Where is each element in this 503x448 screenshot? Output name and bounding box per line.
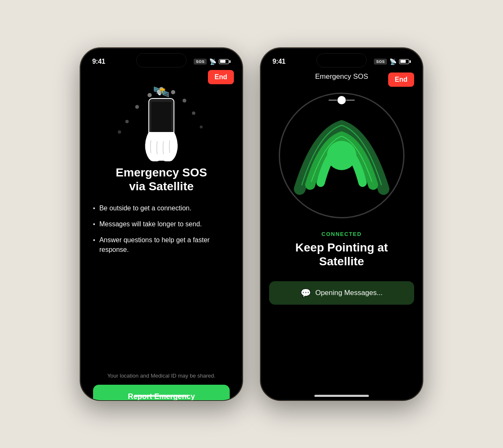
bullet-3: • Answer questions to help get a faster …	[93, 236, 230, 254]
pointing-title: Keep Pointing at Satellite	[261, 241, 423, 269]
phone2-header: Emergency SOS End	[261, 69, 423, 84]
phones-container: 9:41 SOS 📡 End	[80, 47, 423, 401]
phone-2: 9:41 SOS 📡 Emergency SOS End	[260, 47, 423, 401]
dynamic-island-1	[136, 53, 187, 67]
satellite-position-dot	[337, 96, 346, 104]
phone-1: 9:41 SOS 📡 End	[80, 47, 243, 401]
svg-rect-10	[151, 102, 171, 135]
status-icons-1: SOS 📡	[194, 58, 231, 65]
svg-point-7	[192, 111, 195, 115]
phone2-header-title: Emergency SOS	[315, 73, 368, 81]
satellite-compass	[261, 93, 423, 218]
satellite-status-icon-2: 📡	[389, 58, 397, 65]
battery-icon-2	[399, 59, 411, 64]
messages-text: Opening Messages...	[315, 289, 383, 297]
sos-satellite-title: Emergency SOS via Satellite	[93, 166, 230, 194]
end-button-1[interactable]: End	[208, 70, 234, 84]
phone-hand-svg	[136, 94, 187, 161]
battery-icon-1	[219, 59, 231, 64]
connected-label: CONNECTED	[261, 231, 423, 237]
status-time-1: 9:41	[92, 58, 105, 65]
sos-badge-2: SOS	[374, 59, 387, 65]
status-icons-2: SOS 📡	[374, 58, 411, 65]
opening-messages-button[interactable]: 💬 Opening Messages...	[269, 281, 414, 305]
satellite-icon-graphic: 🛰️	[153, 84, 170, 100]
bullet-1: • Be outside to get a connection.	[93, 204, 230, 213]
messages-icon: 💬	[301, 288, 311, 298]
svg-point-5	[171, 90, 175, 94]
home-indicator-1	[134, 395, 189, 397]
report-emergency-button[interactable]: Report Emergency	[93, 385, 230, 401]
svg-point-1	[125, 120, 129, 123]
svg-point-0	[118, 130, 121, 134]
svg-point-8	[200, 125, 203, 128]
sos-bullets: • Be outside to get a connection. • Mess…	[93, 204, 230, 255]
end-button-2[interactable]: End	[388, 73, 414, 87]
dynamic-island-2	[316, 53, 367, 67]
location-note: Your location and Medical ID may be shar…	[107, 373, 215, 379]
compass-container	[279, 93, 404, 218]
indicator-dashes	[279, 93, 404, 218]
phone1-content: 🛰️	[80, 69, 242, 401]
bullet-2: • Messages will take longer to send.	[93, 220, 230, 229]
phone2-content: CONNECTED Keep Pointing at Satellite 💬 O…	[261, 84, 423, 401]
home-indicator-2	[314, 395, 369, 397]
satellite-animation: 🛰️	[93, 78, 230, 161]
sos-badge-1: SOS	[194, 59, 207, 65]
status-time-2: 9:41	[272, 58, 285, 65]
satellite-status-icon-1: 📡	[209, 58, 216, 65]
